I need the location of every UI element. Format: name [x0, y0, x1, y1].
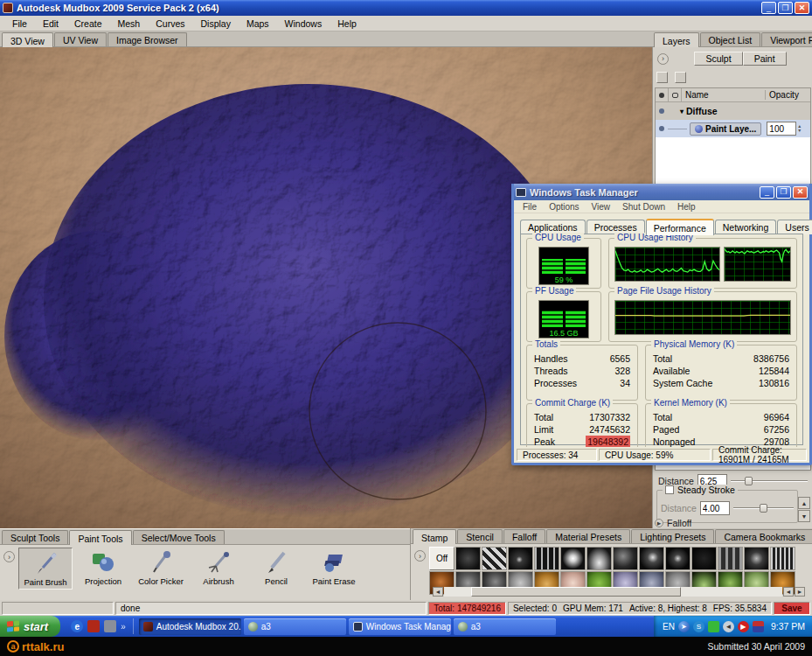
taskbutton-a3[interactable]: a3	[244, 618, 346, 635]
falloff-section-header[interactable]: ▸ Falloff	[655, 518, 691, 528]
stamp-thumbnail[interactable]	[508, 547, 533, 570]
falloff-expand-icon[interactable]: ▸	[655, 519, 663, 527]
tab-image-browser[interactable]: Image Browser	[108, 32, 187, 46]
flag-icon[interactable]	[753, 621, 764, 632]
tool-projection[interactable]: Projection	[76, 548, 130, 588]
tab-viewport-filters[interactable]: Viewport Filters	[761, 32, 812, 46]
menu-curves[interactable]: Curves	[149, 17, 191, 31]
stamp-thumbnail[interactable]	[534, 547, 559, 570]
tab-material-presets[interactable]: Material Presets	[546, 529, 630, 543]
tool-pencil[interactable]: Pencil	[249, 548, 303, 588]
layer-visibility-dot[interactable]	[659, 126, 664, 131]
layer-opacity-field[interactable]	[767, 122, 796, 136]
tm-menu-shutdown[interactable]: Shut Down	[617, 201, 670, 213]
media-play-icon[interactable]: ▶	[738, 621, 749, 632]
tm-maximize-button[interactable]: ❐	[776, 186, 791, 199]
taskbutton-task-manager[interactable]: Windows Task Manager	[349, 618, 451, 635]
menu-display[interactable]: Display	[193, 17, 237, 31]
stamp-thumbnail[interactable]	[560, 547, 586, 570]
taskbutton-a3-2[interactable]: a3	[454, 618, 556, 635]
menu-help[interactable]: Help	[330, 17, 364, 31]
tab-3d-view[interactable]: 3D View	[2, 32, 53, 47]
scrollbar-thumb[interactable]	[471, 587, 681, 597]
stamp-expand-icon[interactable]: ›	[414, 550, 426, 562]
tab-stamp[interactable]: Stamp	[413, 529, 456, 544]
scroll-up-icon[interactable]: ▲	[798, 497, 810, 509]
new-layer-icon[interactable]	[656, 72, 668, 83]
tool-color-picker[interactable]: Color Picker	[134, 548, 188, 588]
tm-menu-file[interactable]: File	[517, 201, 542, 213]
menu-edit[interactable]: Edit	[36, 17, 66, 31]
tab-uv-view[interactable]: UV View	[54, 32, 107, 46]
overflow-chevron[interactable]: »	[121, 622, 126, 632]
tab-sculpt-tools[interactable]: Sculpt Tools	[2, 530, 68, 544]
calendar-icon[interactable]	[104, 620, 116, 632]
scroll-left2-icon[interactable]: ◄	[783, 587, 794, 597]
green-meter-icon[interactable]	[708, 621, 719, 632]
tm-close-button[interactable]: ✕	[793, 186, 808, 199]
tool-airbrush[interactable]: Airbrush	[191, 548, 246, 588]
sculpt-mode-button[interactable]: Sculpt	[694, 52, 742, 66]
stamp-thumbnail[interactable]	[665, 547, 691, 570]
menu-maps[interactable]: Maps	[239, 17, 276, 31]
paint-layer-row[interactable]: Paint Laye... ▴▾	[656, 120, 810, 137]
stamp-thumbnail[interactable]	[639, 547, 664, 570]
scroll-down-icon[interactable]: ▼	[798, 510, 810, 522]
language-indicator[interactable]: EN	[663, 622, 675, 632]
tool-paint-brush[interactable]: Paint Brush	[18, 548, 73, 590]
stamp-thumbnail[interactable]	[744, 547, 769, 570]
tab-paint-tools[interactable]: Paint Tools	[69, 530, 131, 545]
tm-tab-networking[interactable]: Networking	[715, 220, 777, 234]
layer-group-row[interactable]: ▾ Diffuse	[656, 102, 810, 120]
tool-paint-erase[interactable]: Paint Erase	[307, 548, 361, 588]
tab-falloff[interactable]: Falloff	[503, 529, 545, 543]
collapse-triangle-icon[interactable]: ▾	[680, 108, 684, 115]
distance2-slider[interactable]	[733, 503, 794, 513]
stamp-thumbnail[interactable]	[770, 547, 795, 570]
stamp-thumbnail[interactable]	[718, 547, 743, 570]
tab-stencil[interactable]: Stencil	[457, 529, 503, 543]
tm-tab-performance[interactable]: Performance	[646, 219, 714, 235]
task-manager-window[interactable]: Windows Task Manager _ ❐ ✕ File Options …	[511, 184, 812, 465]
distance2-field[interactable]	[700, 501, 730, 515]
stamp-off-button[interactable]: Off	[429, 547, 455, 570]
red-grid-icon[interactable]	[87, 620, 100, 632]
menu-windows[interactable]: Windows	[278, 17, 330, 31]
stamp-thumbnail[interactable]	[613, 547, 638, 570]
opacity-spinner[interactable]: ▴▾	[798, 124, 801, 133]
tray-expand-icon[interactable]: ›	[3, 551, 15, 562]
skype-icon[interactable]: S	[693, 621, 704, 632]
panel-scrollbar[interactable]: ▲ ▼	[798, 497, 811, 527]
scroll-left-icon[interactable]: ◄	[433, 587, 443, 597]
tm-tab-users[interactable]: Users	[777, 220, 812, 234]
volume-icon[interactable]: ◄	[723, 621, 734, 632]
save-button[interactable]: Save	[774, 602, 810, 615]
stamp-thumbnail[interactable]	[691, 547, 717, 570]
menu-create[interactable]: Create	[67, 17, 109, 31]
panel-expand-icon[interactable]: ›	[657, 53, 669, 65]
distance-slider[interactable]	[731, 476, 808, 486]
layer-visibility-dot[interactable]	[659, 108, 664, 114]
menu-file[interactable]: File	[5, 17, 34, 31]
stamp-thumbnail[interactable]	[482, 547, 507, 570]
clock[interactable]: 9:37 PM	[771, 621, 805, 632]
tm-menu-options[interactable]: Options	[544, 201, 584, 213]
task-manager-titlebar[interactable]: Windows Task Manager _ ❐ ✕	[514, 184, 809, 200]
stamp-thumbnail[interactable]	[455, 547, 481, 570]
stamp-thumbnail[interactable]	[586, 547, 612, 570]
paint-layer-button[interactable]: Paint Laye...	[690, 122, 761, 136]
internet-explorer-icon[interactable]: e	[71, 620, 83, 632]
menu-mesh[interactable]: Mesh	[111, 17, 148, 31]
delete-layer-icon[interactable]	[675, 72, 686, 83]
scroll-right-icon[interactable]: ►	[795, 587, 805, 597]
tab-lighting-presets[interactable]: Lighting Presets	[631, 529, 714, 543]
tab-select-move-tools[interactable]: Select/Move Tools	[133, 530, 225, 544]
tab-layers[interactable]: Layers	[654, 32, 699, 47]
tm-minimize-button[interactable]: _	[760, 186, 774, 199]
restore-button[interactable]: ❐	[778, 2, 793, 14]
stamp-scrollbar[interactable]: ◄ ◄ ►	[433, 587, 805, 597]
tm-menu-view[interactable]: View	[586, 201, 616, 213]
tm-menu-help[interactable]: Help	[672, 201, 701, 213]
minimize-button[interactable]: _	[761, 2, 776, 14]
taskbutton-mudbox[interactable]: Autodesk Mudbox 20...	[139, 618, 241, 635]
